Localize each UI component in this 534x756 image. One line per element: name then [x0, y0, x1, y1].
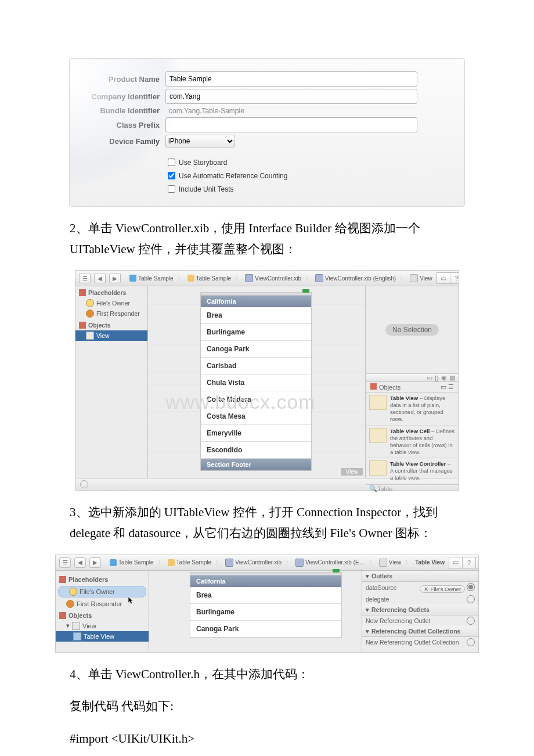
file-template-icon[interactable]: ▭	[427, 374, 432, 381]
outline-first-responder[interactable]: First Responder	[56, 599, 149, 609]
bc-project[interactable]: Table Sample	[127, 273, 176, 283]
object-library-icon[interactable]: ◉	[441, 374, 447, 381]
nav-back-button[interactable]: ◀	[74, 557, 86, 568]
placeholders-icon	[59, 576, 66, 583]
section-header: California	[190, 575, 341, 587]
bc-folder[interactable]: Table Sample	[185, 273, 234, 283]
cube-icon	[370, 383, 377, 390]
outlet-delegate[interactable]: delegate	[362, 594, 478, 604]
input-class-prefix[interactable]	[165, 117, 417, 132]
nav-back-button[interactable]: ◀	[94, 273, 106, 283]
table-view-cell-icon	[369, 428, 387, 443]
bc-view[interactable]: View	[376, 557, 405, 568]
library-filter[interactable]: 🔍 Table	[366, 484, 459, 492]
table-cell: Canoga Park	[201, 341, 311, 358]
bc-xib-en[interactable]: ViewController.xib (E…	[293, 557, 368, 568]
new-referencing-outlet[interactable]: New Referencing Outlet	[362, 615, 478, 626]
step-3-text: 3、选中新添加的 UITableView 控件，打开 Connection In…	[70, 502, 464, 543]
outlet-datasource[interactable]: dataSource ✕File's Owner	[362, 582, 478, 594]
help-inspector-icon[interactable]: ?	[463, 557, 476, 568]
library-controls[interactable]: Objects ▭ ☰	[366, 382, 459, 393]
outline-first-responder[interactable]: First Responder	[75, 308, 147, 319]
table-cell: Brea	[201, 307, 311, 324]
label-bundle-identifier: Bundle Identifier	[70, 106, 165, 115]
view-badge: View	[341, 468, 363, 476]
ib-breadcrumb: ☰ ◀ ▶ Table Sample〉 Table Sample〉 ViewCo…	[75, 271, 459, 286]
table-cell: Burlingame	[201, 324, 311, 341]
library-item[interactable]: Table View Cell – Defines the attributes…	[366, 426, 459, 459]
bc-table-view[interactable]: Table View	[412, 558, 448, 567]
table-cell: Costa Mesa	[201, 408, 311, 425]
related-files-button[interactable]: ☰	[59, 557, 71, 568]
status-bar	[190, 573, 341, 575]
outline-files-owner[interactable]: File's Owner	[58, 586, 146, 597]
code-line: #import <UIKit/UIKit.h>	[70, 729, 464, 750]
connection-dot-icon[interactable]	[467, 617, 475, 625]
outline-view[interactable]: ▾ View	[56, 621, 149, 631]
table-view-controller-icon	[369, 460, 387, 476]
table-cell: Escondido	[201, 442, 311, 459]
label-product-name: Product Name	[70, 75, 165, 84]
table-view-preview[interactable]: California Brea Burlingame Canoga Park	[190, 572, 342, 638]
nav-forward-button[interactable]: ▶	[109, 273, 121, 283]
outline-files-owner[interactable]: File's Owner	[75, 298, 147, 308]
table-view-icon	[369, 395, 387, 410]
referencing-outlets-heading[interactable]: ▾ Referencing Outlets	[362, 604, 478, 615]
cube-icon	[86, 299, 94, 307]
project-options-form: Product Name Company Identifier Bundle I…	[69, 58, 465, 207]
inspector-panel: No Selection ▭ {} ◉ ▤ Objects ▭ ☰ Table …	[366, 286, 459, 478]
outline-view[interactable]: View	[75, 330, 147, 341]
outline-objects: Objects	[56, 609, 149, 621]
connection-dot-icon[interactable]	[467, 638, 475, 646]
file-inspector-icon[interactable]: ▭	[436, 272, 450, 284]
select-device-family[interactable]: iPhone	[165, 135, 235, 147]
copy-code-text: 复制代码 代码如下:	[70, 696, 464, 717]
nav-forward-button[interactable]: ▶	[89, 557, 101, 568]
outline-placeholders: Placeholders	[56, 573, 149, 585]
identity-inspector-icon[interactable]: ▤	[476, 557, 478, 568]
connections-inspector: ▾ Outlets dataSource ✕File's Owner deleg…	[362, 571, 478, 652]
placeholders-icon	[79, 289, 86, 296]
checkbox-arc[interactable]: Use Automatic Reference Counting	[165, 169, 453, 182]
view-icon	[72, 622, 80, 630]
help-inspector-icon[interactable]: ?	[450, 272, 459, 284]
bc-project[interactable]: Table Sample	[107, 558, 157, 567]
bc-xib-en[interactable]: ViewController.xib (English)	[312, 273, 399, 283]
outline-table-view[interactable]: Table View	[56, 631, 149, 642]
library-item[interactable]: Table View Controller – A controller tha…	[366, 458, 459, 484]
connection-dot-icon[interactable]	[467, 595, 475, 603]
checkbox-storyboard[interactable]: Use Storyboard	[165, 156, 453, 169]
outline-objects: Objects	[75, 319, 147, 330]
bc-xib[interactable]: ViewController.xib	[222, 557, 284, 568]
inspector-tabs[interactable]: ▭ ? ▤ ⎚ ▭ ⊛	[436, 272, 459, 284]
bc-view[interactable]: View	[407, 273, 435, 283]
section-header: California	[201, 296, 311, 307]
table-cell: Burlingame	[190, 604, 341, 621]
interface-builder-window: ☰ ◀ ▶ Table Sample〉 Table Sample〉 ViewCo…	[75, 270, 459, 491]
checkbox-unit-tests[interactable]: Include Unit Tests	[165, 182, 453, 196]
document-outline: Placeholders File's Owner First Responde…	[75, 286, 148, 478]
canvas[interactable]: California Brea Burlingame Canoga Park C…	[148, 286, 366, 478]
connection-inspector-window: ☰ ◀ ▶ Table Sample〉 Table Sample〉 ViewCo…	[55, 555, 479, 653]
library-item[interactable]: Table View – Displays data in a list of …	[366, 393, 459, 426]
input-product-name[interactable]	[165, 71, 417, 87]
file-inspector-icon[interactable]: ▭	[449, 557, 463, 568]
cube-icon	[66, 600, 74, 608]
code-snippet-icon[interactable]: {}	[435, 375, 439, 381]
referencing-outlet-collections-heading[interactable]: ▾ Referencing Outlet Collections	[362, 626, 478, 637]
library-tabs[interactable]: ▭ {} ◉ ▤	[366, 374, 459, 382]
new-referencing-outlet-collection[interactable]: New Referencing Outlet Collection	[362, 637, 478, 647]
connection-dot-icon[interactable]	[467, 583, 475, 591]
bc-folder[interactable]: Table Sample	[165, 558, 215, 567]
outline-toggle-icon[interactable]	[80, 480, 88, 488]
inspector-tabs[interactable]: ▭ ? ▤ ⎚ ▭ ⊛	[449, 557, 478, 568]
outline-placeholders: Placeholders	[75, 286, 147, 298]
table-view-preview[interactable]: California Brea Burlingame Canoga Park C…	[200, 292, 312, 471]
bc-xib[interactable]: ViewController.xib	[242, 273, 304, 283]
canvas[interactable]: California Brea Burlingame Canoga Park	[149, 571, 362, 652]
related-files-button[interactable]: ☰	[79, 273, 91, 283]
input-company-identifier[interactable]	[165, 89, 417, 104]
media-library-icon[interactable]: ▤	[449, 374, 455, 381]
step-4-text: 4、单击 ViewController.h，在其中添加代码：	[70, 664, 464, 685]
outlets-heading[interactable]: ▾ Outlets	[362, 571, 478, 582]
